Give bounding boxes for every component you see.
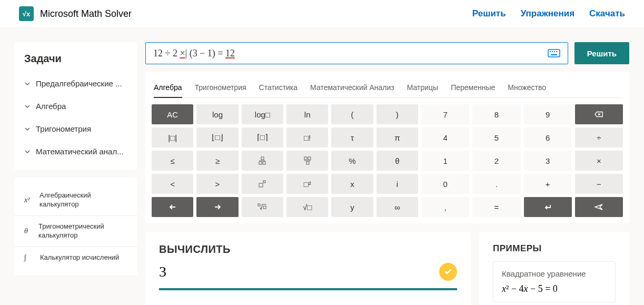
tab-matrix[interactable]: Матрицы [407,80,438,97]
svg-rect-3 [554,51,555,52]
key-arrR[interactable] [196,197,238,217]
tab-sets[interactable]: Множество [508,80,546,97]
nav-download[interactable]: Скачать [589,8,625,19]
calc-item-trig[interactable]: θ Тригонометрический калькулятор [15,216,137,247]
check-icon [439,263,457,281]
result-title: ВЫЧИСЛИТЬ [159,243,457,255]
nav-solve[interactable]: Решить [472,8,506,19]
sidebar-item-label: Предалгебраические ... [36,79,122,88]
key-ln[interactable]: ln [286,104,328,124]
nav-exercises[interactable]: Упражнения [521,8,574,19]
sidebar-item-trig[interactable]: Тригонометрия [15,117,137,140]
svg-rect-5 [551,54,557,55]
key-|□|[interactable]: |□| [152,127,193,147]
sidebar-item-prealgebra[interactable]: Предалгебраические ... [15,72,137,95]
key->[interactable]: > [196,174,238,194]
calc-label: Калькулятор исчислений [40,253,119,262]
svg-rect-12 [306,162,309,164]
svg-rect-15 [263,181,265,183]
key-log[interactable]: log [196,104,238,124]
key-√□[interactable]: √□ [286,197,328,217]
key-arrL[interactable] [152,197,193,217]
key-⌊□⌋[interactable]: ⌊□⌋ [196,127,238,147]
key-×[interactable]: × [575,151,623,171]
example-item[interactable]: Квадратное уравнение x² − 4x − 5 = 0 [493,261,616,302]
key-)[interactable]: ) [377,104,418,124]
calc-item-algebra[interactable]: x² Алгебраический калькулятор [15,185,137,216]
example-label: Квадратное уравнение [502,269,607,278]
example-equation: x² − 4x − 5 = 0 [502,283,607,294]
key-frac2[interactable] [286,151,328,171]
key-∞[interactable]: ∞ [377,197,418,217]
key-6[interactable]: 6 [524,127,572,147]
tab-vars[interactable]: Переменные [451,80,495,97]
key-frac1[interactable] [242,151,283,171]
key-5[interactable]: 5 [472,127,520,147]
sidebar-item-calculus[interactable]: Математический анал... [15,140,137,163]
sidebar-title: Задачи [15,50,137,72]
key-%[interactable]: % [331,151,373,171]
solve-button[interactable]: Решить [574,42,629,64]
calc-algebra-icon: x² [24,196,33,204]
key-x[interactable]: x [331,174,373,194]
keypad: Алгебра Тригонометрия Статистика Математ… [145,72,629,223]
key-7[interactable]: 7 [421,104,469,124]
key-÷[interactable]: ÷ [575,127,623,147]
tab-calculus[interactable]: Математический Анализ [310,80,394,97]
brand-logo-icon: √x [19,6,34,21]
chevron-down-icon [24,149,31,155]
header-nav: Решить Упражнения Скачать [472,8,625,19]
key-i[interactable]: i [377,174,418,194]
key-nroot[interactable] [242,197,283,217]
key-([interactable]: ( [331,104,373,124]
math-input[interactable]: 12 ÷ 2 ×| (3 − 1) = 12 [145,42,568,64]
svg-rect-11 [308,157,311,160]
key-π[interactable]: π [377,127,418,147]
key-8[interactable]: 8 [472,104,520,124]
calc-item-calc[interactable]: ∫ Калькулятор исчислений [15,247,137,269]
svg-rect-4 [556,51,557,52]
key-pow[interactable] [242,174,283,194]
svg-rect-0 [548,50,560,57]
key-,[interactable]: , [421,197,469,217]
key-−[interactable]: − [575,174,623,194]
key-□²[interactable]: □² [286,174,328,194]
sidebar-item-algebra[interactable]: Алгебра [15,95,137,117]
key-2[interactable]: 2 [472,151,520,171]
key-AC[interactable]: AC [152,104,193,124]
keyboard-icon[interactable] [548,49,560,57]
tab-trig[interactable]: Тригонометрия [195,80,246,97]
key-+[interactable]: + [524,174,572,194]
key-4[interactable]: 4 [421,127,469,147]
key-3[interactable]: 3 [524,151,572,171]
key-0[interactable]: 0 [421,174,469,194]
svg-rect-8 [263,162,265,164]
key-log□[interactable]: log□ [242,104,283,124]
chevron-down-icon [24,103,31,110]
key-≤[interactable]: ≤ [152,151,193,171]
calc-trig-icon: θ [24,227,32,235]
key-1[interactable]: 1 [421,151,469,171]
key-.[interactable]: . [472,174,520,194]
key-=[interactable]: = [472,197,520,217]
key-⌈□⌉[interactable]: ⌈□⌉ [242,127,283,147]
svg-rect-6 [261,157,264,160]
key-□![interactable]: □! [286,127,328,147]
key-τ[interactable]: τ [331,127,373,147]
key-<[interactable]: < [152,174,193,194]
brand[interactable]: √x Microsoft Math Solver [19,6,132,21]
svg-rect-10 [304,157,307,160]
key-9[interactable]: 9 [524,104,572,124]
key-send[interactable] [575,197,623,217]
key-≥[interactable]: ≥ [196,151,238,171]
key-bksp[interactable] [575,104,623,124]
key-enter[interactable] [524,197,572,217]
examples-title: ПРИМЕРЫ [493,243,616,254]
tab-stats[interactable]: Статистика [259,80,298,97]
keypad-tabs: Алгебра Тригонометрия Статистика Математ… [152,75,623,98]
sidebar-item-label: Математический анал... [36,147,124,156]
key-y[interactable]: y [331,197,373,217]
calc-label: Тригонометрический калькулятор [38,222,127,240]
tab-algebra[interactable]: Алгебра [154,80,182,98]
key-θ[interactable]: θ [377,151,418,171]
